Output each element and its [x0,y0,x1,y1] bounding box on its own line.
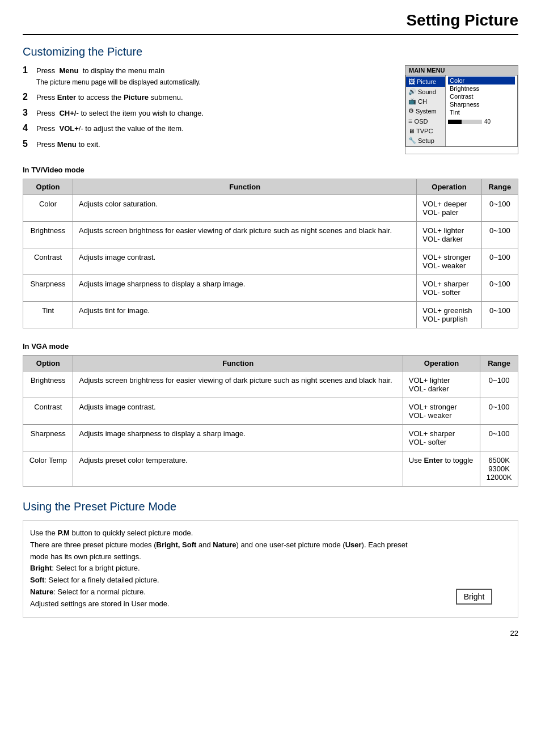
th-operation-tv: Operation [417,179,481,195]
vga-option-1: Contrast [23,398,73,425]
tv-function-4: Adjusts tint for image. [73,302,416,328]
section1-title: Customizing the Picture [23,45,518,58]
customizing-section: Customizing the Picture 1 Press Menu to … [23,45,518,487]
vga-function-3: Adjusts preset color temperature. [73,451,403,487]
sound-icon [408,88,416,95]
menu-item-osd: OSD [406,116,445,126]
step-3: 3 Press CH+/- to select the item you wis… [23,108,394,119]
th-function-tv: Function [73,179,416,195]
th-option-tv: Option [23,179,73,195]
tv-range-2: 0~100 [481,248,518,275]
slider-value: 40 [484,119,491,125]
menu-title: MAIN MENU [405,66,518,75]
section2-title: Using the Preset Picture Mode [23,500,518,513]
preset-text: Use the P.M button to quickly select pic… [30,527,426,610]
tv-video-mode-label: In TV/Video mode [23,166,518,174]
tvpc-icon [408,128,415,134]
menu-item-picture-label: Picture [417,78,436,85]
system-icon [408,107,414,115]
tv-option-1: Brightness [23,222,73,248]
submenu-tint: Tint [448,108,515,116]
submenu-color: Color [448,77,515,85]
menu-body: Picture Sound CH System [405,75,518,147]
vga-option-0: Brightness [23,371,73,398]
vga-operation-3: Use Enter to toggle [403,451,480,487]
vga-range-3: 6500K 9300K 12000K [480,451,518,487]
vga-option-3: Color Temp [23,451,73,487]
slider-fill [448,120,462,124]
th-option-vga: Option [23,356,73,371]
step-text-3: Press CH+/- to select the item you wish … [36,108,204,119]
vga-row-1: Contrast Adjusts image contrast. VOL+ st… [23,398,518,425]
menu-left: Picture Sound CH System [406,75,446,146]
vga-operation-2: VOL+ sharper VOL- softer [403,425,480,451]
vga-mode-label: In VGA mode [23,342,518,350]
step-number-3: 3 [23,108,33,118]
menu-item-setup-label: Setup [418,137,434,144]
vga-function-1: Adjusts image contrast. [73,398,403,425]
vga-row-3: Color Temp Adjusts preset color temperat… [23,451,518,487]
tv-video-section: In TV/Video mode Option Function Operati… [23,166,518,328]
ch-icon [408,98,416,105]
tv-function-1: Adjusts screen brightness for easier vie… [73,222,416,248]
tv-video-table: Option Function Operation Range Color Ad… [23,179,518,328]
vga-function-2: Adjusts image sharpness to display a sha… [73,425,403,451]
vga-range-2: 0~100 [480,425,518,451]
tv-function-2: Adjusts image contrast. [73,248,416,275]
tv-operation-3: VOL+ sharper VOL- softer [417,275,481,302]
tv-video-row-4: Tint Adjusts tint for image. VOL+ greeni… [23,302,518,328]
step-number-2: 2 [23,92,33,102]
vga-operation-1: VOL+ stronger VOL- weaker [403,398,480,425]
step-5: 5 Press Menu to exit. [23,139,394,150]
step-4: 4 Press VOL+/- to adjust the value of th… [23,123,394,134]
steps-and-menu: 1 Press Menu to display the menu main Th… [23,65,518,154]
step-number-4: 4 [23,123,33,133]
tv-video-row-2: Contrast Adjusts image contrast. VOL+ st… [23,248,518,275]
page-title: Setting Picture [406,11,518,29]
osd-icon [408,117,413,125]
vga-tbody: Brightness Adjusts screen brightness for… [23,371,518,487]
menu-item-system: System [406,106,445,116]
menu-right: Color Brightness Contrast Sharpness Tint… [446,75,517,146]
th-operation-vga: Operation [403,356,480,371]
slider-bar [448,120,482,124]
submenu-sharpness: Sharpness [448,100,515,108]
menu-item-osd-label: OSD [415,118,428,125]
vga-range-1: 0~100 [480,398,518,425]
vga-option-2: Sharpness [23,425,73,451]
step-number-5: 5 [23,139,33,149]
tv-video-header-row: Option Function Operation Range [23,179,518,195]
tv-operation-1: VOL+ lighter VOL- darker [417,222,481,248]
vga-header-row: Option Function Operation Range [23,356,518,371]
tv-range-1: 0~100 [481,222,518,248]
vga-row-0: Brightness Adjusts screen brightness for… [23,371,518,398]
menu-item-system-label: System [416,108,437,115]
tv-video-row-3: Sharpness Adjusts image sharpness to dis… [23,275,518,302]
tv-operation-4: VOL+ greenish VOL- purplish [417,302,481,328]
step-text-5: Press Menu to exit. [36,139,100,150]
menu-item-picture: Picture [406,77,445,87]
step-number-1: 1 [23,65,33,75]
tv-function-0: Adjusts color saturation. [73,195,416,222]
menu-item-tvpc: TVPC [406,126,445,136]
tv-video-row-1: Brightness Adjusts screen brightness for… [23,222,518,248]
vga-function-0: Adjusts screen brightness for easier vie… [73,371,403,398]
setup-icon [408,137,416,144]
page-number: 22 [23,629,518,637]
tv-option-3: Sharpness [23,275,73,302]
th-function-vga: Function [73,356,403,371]
step-text-1: Press Menu to display the menu main The … [36,65,201,87]
submenu-brightness: Brightness [448,85,515,92]
vga-operation-0: VOL+ lighter VOL- darker [403,371,480,398]
menu-image: MAIN MENU Picture Sound CH [405,65,518,154]
picture-icon [408,78,415,86]
preset-content: Use the P.M button to quickly select pic… [23,520,518,618]
th-range-tv: Range [481,179,518,195]
vga-section: In VGA mode Option Function Operation Ra… [23,342,518,487]
step-text-2: Press Enter to access the Picture submen… [36,92,183,103]
tv-function-3: Adjusts image sharpness to display a sha… [73,275,416,302]
menu-item-sound-label: Sound [418,88,436,95]
menu-item-tvpc-label: TVPC [416,128,433,134]
page-title-bar: Setting Picture [23,11,518,35]
menu-item-sound: Sound [406,87,445,96]
